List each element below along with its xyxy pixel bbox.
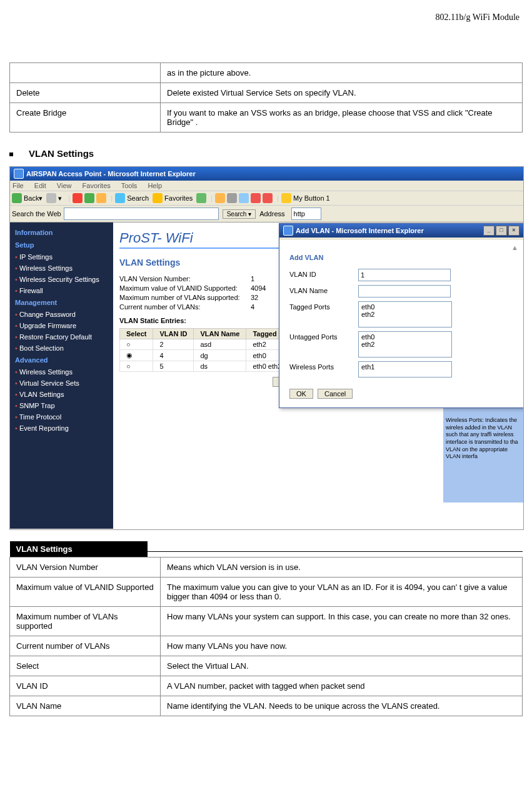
sidebar-item-firmware[interactable]: Upgrade Firmware <box>10 320 113 331</box>
menu-tools[interactable]: Tools <box>121 182 138 189</box>
search-web-label: Search the Web <box>12 210 61 218</box>
menu-edit[interactable]: Edit <box>34 182 46 189</box>
forward-icon <box>46 193 56 203</box>
sidebar-item-restore[interactable]: Restore Factory Default <box>10 331 113 342</box>
ie-icon <box>14 169 24 179</box>
table-row[interactable]: ○ 2 asd eth2 <box>120 339 303 350</box>
cancel-button[interactable]: Cancel <box>318 389 353 399</box>
sidebar-item-password[interactable]: Change Password <box>10 309 113 320</box>
sidebar-item-snmp[interactable]: SNMP Trap <box>10 400 113 411</box>
stop-icon[interactable] <box>73 193 83 203</box>
radio-cell[interactable]: ◉ <box>120 350 153 361</box>
menu-favorites[interactable]: Favorites <box>83 182 111 189</box>
cell-desc: How many VLANs your system can support. … <box>161 607 523 636</box>
refresh-icon[interactable] <box>84 193 94 203</box>
back-icon <box>12 193 22 203</box>
cell-desc: Name identifying the VLAN. Needs to be u… <box>161 696 523 716</box>
address-bar: Search the Web Search ▾ Address <box>10 206 523 222</box>
vlan-entries-table: Select VLAN ID VLAN Name Tagged Ports ○ … <box>119 328 303 372</box>
cell-empty <box>10 63 161 83</box>
table-row[interactable]: ○ 5 ds eth0 eth2 <box>120 361 303 372</box>
address-label: Address <box>259 210 284 218</box>
favorites-button[interactable]: Favorites <box>153 193 193 203</box>
info-val: 1 <box>251 275 254 282</box>
cell-desc: How many VLANs you have now. <box>161 636 523 656</box>
add-vlan-popup: Add VLAN - Microsoft Internet Explorer _… <box>279 223 524 408</box>
sidebar-item-firewall[interactable]: Firewall <box>10 285 113 296</box>
close-icon[interactable]: × <box>508 226 519 236</box>
search-button[interactable]: Search <box>115 193 149 203</box>
vlan-id-input[interactable] <box>358 269 451 281</box>
cell-key: Create Bridge <box>10 103 161 132</box>
maximize-icon[interactable]: □ <box>496 226 507 236</box>
search-web-input[interactable] <box>64 208 219 220</box>
bullet-icon <box>9 152 13 156</box>
sidebar-head-mgmt[interactable]: Management <box>10 296 113 309</box>
minimize-icon[interactable]: _ <box>483 226 494 236</box>
edit-icon[interactable] <box>239 193 249 203</box>
cell-desc: Means which VLAN version is in use. <box>161 558 523 578</box>
cell-desc: A VLAN number, packet with tagged when p… <box>161 676 523 696</box>
sidebar-item-event[interactable]: Event Reporting <box>10 422 113 434</box>
sidebar-head-info[interactable]: Information <box>10 226 113 239</box>
vlan-name-input[interactable] <box>358 285 451 298</box>
home-icon[interactable] <box>96 193 106 203</box>
popup-icon[interactable] <box>263 193 273 203</box>
th-select: Select <box>120 329 153 339</box>
ie-icon <box>283 226 293 236</box>
cell-key: Delete <box>10 83 161 103</box>
info-key: Maximum value of VLANID Supported: <box>119 284 251 292</box>
divider <box>148 551 523 552</box>
shield-icon <box>281 193 291 203</box>
untagged-ports-label: Untagged Ports <box>289 331 358 341</box>
forward-button[interactable]: ▾ <box>46 193 62 203</box>
address-input[interactable] <box>291 208 321 220</box>
untagged-ports-list[interactable]: eth0 eth2 <box>358 331 452 358</box>
th-vlanid: VLAN ID <box>153 329 194 339</box>
search-go-button[interactable]: Search ▾ <box>223 209 256 219</box>
scroll-up-icon[interactable]: ▲ <box>289 244 518 251</box>
tagged-ports-list[interactable]: eth0 eth2 <box>358 301 452 328</box>
sidebar-head-setup[interactable]: Setup <box>10 239 113 251</box>
main-window-titlebar: AIRSPAN Access Point - Microsoft Interne… <box>10 167 523 181</box>
table-row[interactable]: ◉ 4 dg eth0 <box>120 350 303 361</box>
sidebar-item-wireless[interactable]: Wireless Settings <box>10 262 113 274</box>
back-button[interactable]: Back ▾ <box>12 193 43 203</box>
wireless-ports-list[interactable]: eth1 <box>358 361 452 378</box>
menu-view[interactable]: View <box>57 182 72 189</box>
radio-cell[interactable]: ○ <box>120 361 153 372</box>
ok-button[interactable]: OK <box>289 389 313 399</box>
sidebar-item-security[interactable]: Wireless Security Settings <box>10 274 113 285</box>
screenshot-container: AIRSPAN Access Point - Microsoft Interne… <box>9 166 524 530</box>
cell-desc: Delete existed Virtual Service Sets on s… <box>161 83 523 103</box>
sidebar-item-time[interactable]: Time Protocol <box>10 411 113 422</box>
info-key: Current number of VLANs: <box>119 303 251 311</box>
mybutton[interactable]: My Button 1 <box>281 193 330 203</box>
popup-titlebar[interactable]: Add VLAN - Microsoft Internet Explorer _… <box>279 224 523 238</box>
popup-heading: Add VLAN <box>289 254 513 261</box>
sidebar-item-adv-wireless[interactable]: Wireless Settings <box>10 366 113 378</box>
print-icon[interactable] <box>227 193 237 203</box>
cell-key: Maximum number of VLANs supported <box>10 607 161 636</box>
settings-head-label: VLAN Settings <box>10 541 148 557</box>
menu-file[interactable]: File <box>13 182 24 189</box>
menu-help[interactable]: Help <box>148 182 162 189</box>
radio-cell[interactable]: ○ <box>120 339 153 350</box>
sidebar-item-vss[interactable]: Virtual Service Sets <box>10 378 113 389</box>
cell-desc: as in the picture above. <box>161 63 523 83</box>
menubar[interactable]: File Edit View Favorites Tools Help <box>10 181 523 191</box>
cell-key: VLAN Name <box>10 696 161 716</box>
vlan-name-label: VLAN Name <box>289 285 358 294</box>
mail-icon[interactable] <box>215 193 225 203</box>
media-icon[interactable] <box>196 193 206 203</box>
tagged-ports-label: Tagged Ports <box>289 301 358 311</box>
sidebar-item-vlan[interactable]: VLAN Settings <box>10 389 113 400</box>
sidebar-item-boot[interactable]: Boot Selection <box>10 342 113 354</box>
star-icon <box>153 193 163 203</box>
block-icon[interactable] <box>251 193 261 203</box>
wireless-ports-label: Wireless Ports <box>289 361 358 371</box>
cell-key: VLAN ID <box>10 676 161 696</box>
sidebar-head-adv[interactable]: Advanced <box>10 354 113 366</box>
sidebar-item-ip[interactable]: IP Settings <box>10 251 113 262</box>
cell-key: Maximum value of VLANID Supported <box>10 578 161 607</box>
